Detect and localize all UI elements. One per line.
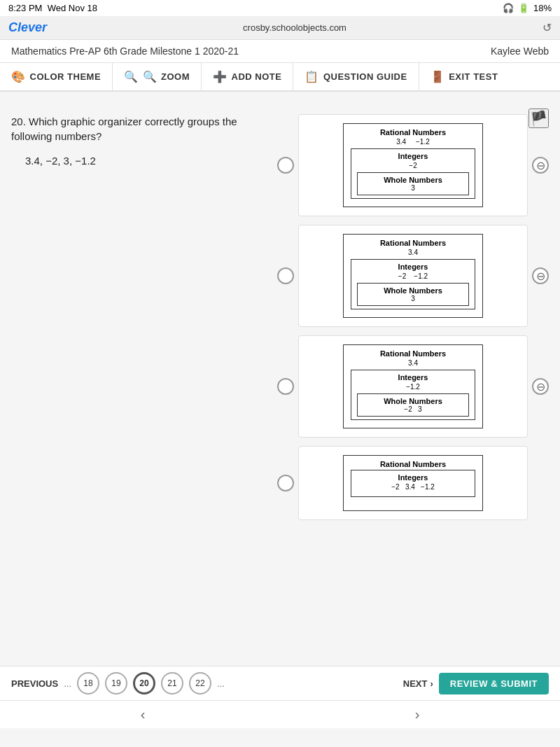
- exit-test-button[interactable]: 🚪 EXIT TEST: [419, 63, 510, 90]
- middle-label-d: Integers: [354, 473, 472, 482]
- palette-icon: 🎨: [11, 70, 26, 83]
- answer-option-c: Rational Numbers 3.4 Integers −1.2 Whole…: [277, 335, 549, 438]
- inner-value-a: 3: [360, 184, 465, 192]
- answer-card-d[interactable]: Rational Numbers Integers −2 3.4 −1.2: [298, 446, 528, 520]
- chevron-right-icon: ›: [430, 678, 433, 689]
- outer-values-c: 3.4: [348, 359, 478, 367]
- minus-a[interactable]: ⊖: [532, 157, 549, 174]
- answers-area: Rational Numbers 3.4 −1.2 Integers −2 Wh…: [277, 114, 549, 520]
- page-19-button[interactable]: 19: [105, 672, 127, 694]
- refresh-button[interactable]: ↺: [542, 21, 552, 34]
- inner-value-c: −2 3: [360, 405, 465, 413]
- answer-card-c[interactable]: Rational Numbers 3.4 Integers −1.2 Whole…: [298, 335, 528, 438]
- inner-value-b: 3: [360, 295, 465, 302]
- answer-option-b: Rational Numbers 3.4 Integers −2 −1.2 Wh…: [277, 225, 549, 327]
- answer-option-d: Rational Numbers Integers −2 3.4 −1.2 ⊖: [277, 446, 549, 520]
- middle-values-a: −2: [354, 162, 472, 169]
- question-left: 20. Which graphic organizer correctly gr…: [11, 114, 277, 520]
- page-18-button[interactable]: 18: [77, 672, 99, 694]
- outer-values-a: 3.4 −1.2: [348, 138, 478, 146]
- headphone-icon: 🎧: [503, 3, 514, 13]
- middle-values-d: −2 3.4 −1.2: [354, 483, 472, 491]
- radio-d[interactable]: [277, 475, 294, 491]
- outer-label-b: Rational Numbers: [348, 239, 478, 247]
- minus-b[interactable]: ⊖: [532, 267, 549, 284]
- clever-logo: Clever: [8, 20, 47, 35]
- question-values: 3.4, −2, 3, −1.2: [25, 155, 277, 167]
- page-21-button[interactable]: 21: [161, 672, 183, 694]
- radio-b[interactable]: [277, 267, 294, 284]
- guide-icon: 📋: [304, 70, 319, 83]
- nav-left: PREVIOUS ... 18 19 20 21 22 ...: [11, 672, 225, 694]
- toolbar: 🎨 COLOR THEME 🔍 🔍 ZOOM ➕ ADD NOTE 📋 QUES…: [0, 63, 560, 92]
- answer-option-a: Rational Numbers 3.4 −1.2 Integers −2 Wh…: [277, 114, 549, 216]
- outer-label-c: Rational Numbers: [348, 349, 478, 358]
- outer-values-b: 3.4: [348, 249, 478, 256]
- venn-b: Rational Numbers 3.4 Integers −2 −1.2 Wh…: [343, 234, 483, 318]
- answer-card-b[interactable]: Rational Numbers 3.4 Integers −2 −1.2 Wh…: [298, 225, 528, 327]
- inner-label-a: Whole Numbers: [360, 176, 465, 184]
- question-guide-button[interactable]: 📋 QUESTION GUIDE: [293, 63, 419, 90]
- answer-card-a[interactable]: Rational Numbers 3.4 −1.2 Integers −2 Wh…: [298, 114, 528, 216]
- nav-right: NEXT › REVIEW & SUBMIT: [403, 673, 549, 694]
- outer-label-a: Rational Numbers: [348, 128, 478, 137]
- exam-title: Mathematics Pre-AP 6th Grade Milestone 1…: [11, 46, 239, 57]
- user-name: Kaylee Webb: [491, 46, 549, 57]
- status-bar: 8:23 PM Wed Nov 18 🎧 🔋 18%: [0, 0, 560, 16]
- exit-icon: 🚪: [430, 70, 445, 83]
- minus-c[interactable]: ⊖: [532, 378, 549, 395]
- left-dots: ...: [64, 678, 71, 689]
- add-icon: ➕: [213, 70, 227, 83]
- previous-button[interactable]: PREVIOUS: [11, 678, 58, 689]
- color-theme-button[interactable]: 🎨 COLOR THEME: [0, 63, 113, 90]
- zoom-button[interactable]: 🔍 🔍 ZOOM: [113, 63, 202, 90]
- battery-icon: 🔋: [518, 3, 529, 13]
- back-button[interactable]: ‹: [141, 706, 146, 722]
- zoom-out-icon: 🔍: [124, 70, 139, 83]
- middle-label-c: Integers: [354, 373, 472, 382]
- venn-d: Rational Numbers Integers −2 3.4 −1.2: [343, 455, 483, 511]
- status-time: 8:23 PM Wed Nov 18: [8, 3, 97, 13]
- zoom-in-icon: 🔍: [143, 70, 158, 83]
- next-button[interactable]: NEXT ›: [403, 678, 433, 689]
- page-22-button[interactable]: 22: [189, 672, 211, 694]
- middle-label-b: Integers: [354, 263, 472, 271]
- flag-button[interactable]: 🏴: [528, 109, 549, 128]
- mobile-nav-bar: ‹ ›: [0, 700, 560, 728]
- venn-a: Rational Numbers 3.4 −1.2 Integers −2 Wh…: [343, 123, 483, 207]
- outer-label-d: Rational Numbers: [348, 460, 478, 468]
- inner-label-b: Whole Numbers: [360, 286, 465, 295]
- radio-a[interactable]: [277, 157, 294, 174]
- page-20-button[interactable]: 20: [133, 672, 155, 694]
- inner-label-c: Whole Numbers: [360, 397, 465, 405]
- browser-bar: Clever crosby.schoolobjects.com ↺: [0, 16, 560, 40]
- venn-c: Rational Numbers 3.4 Integers −1.2 Whole…: [343, 344, 483, 428]
- page-header: Mathematics Pre-AP 6th Grade Milestone 1…: [0, 40, 560, 63]
- add-note-button[interactable]: ➕ ADD NOTE: [202, 63, 293, 90]
- question-text: 20. Which graphic organizer correctly gr…: [11, 114, 277, 144]
- review-submit-button[interactable]: REVIEW & SUBMIT: [439, 673, 549, 694]
- middle-label-a: Integers: [354, 152, 472, 160]
- main-content: 🏴 20. Which graphic organizer correctly …: [0, 92, 560, 666]
- right-dots: ...: [217, 678, 225, 689]
- status-icons: 🎧 🔋 18%: [503, 3, 552, 13]
- radio-c[interactable]: [277, 378, 294, 395]
- question-header: 🏴: [0, 103, 560, 109]
- forward-button[interactable]: ›: [415, 706, 420, 722]
- middle-values-b: −2 −1.2: [354, 272, 472, 280]
- url-bar[interactable]: crosby.schoolobjects.com: [243, 22, 346, 33]
- middle-values-c: −1.2: [354, 383, 472, 391]
- bottom-nav: PREVIOUS ... 18 19 20 21 22 ... NEXT › R…: [0, 666, 560, 700]
- question-area: 20. Which graphic organizer correctly gr…: [0, 109, 560, 526]
